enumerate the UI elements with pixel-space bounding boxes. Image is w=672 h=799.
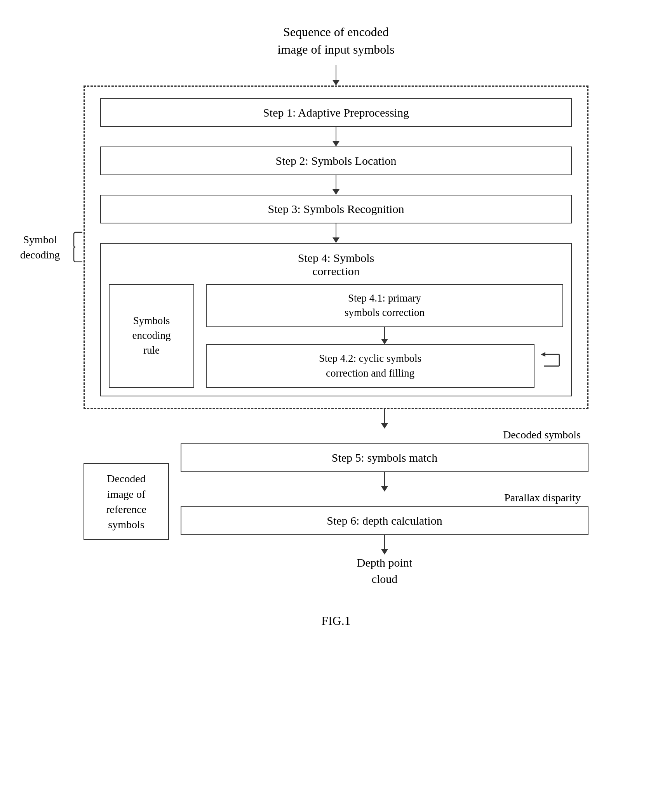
symbol-decoding-label: Symbol decoding <box>7 232 73 262</box>
arrow-line-5 <box>384 472 385 486</box>
arrow-line-1 <box>336 127 336 141</box>
arrow-head-out1 <box>381 423 388 429</box>
decoded-symbols-label: Decoded symbols <box>503 429 581 441</box>
arrow-out-dashed <box>381 409 388 429</box>
step4-inner-row: Symbols encoding rule Step 4.1: primary … <box>109 284 563 388</box>
outside-section: Decoded image of reference symbols Decod… <box>84 409 588 594</box>
arrow-line-3 <box>336 223 336 237</box>
output-label: Depth point cloud <box>357 555 413 587</box>
arrow-head-2 <box>333 189 339 195</box>
arrow-3-4 <box>100 223 572 243</box>
parallax-label: Parallax disparity <box>504 492 581 504</box>
arrow-line-out1 <box>384 409 385 423</box>
arrow-head-6 <box>381 549 388 555</box>
back-arrow-icon <box>540 351 563 382</box>
step42-row: Step 4.2: cyclic symbols correction and … <box>206 344 563 388</box>
step5-box: Step 5: symbols match <box>181 443 588 472</box>
step1-box: Step 1: Adaptive Preprocessing <box>100 98 572 127</box>
arrow-1-2 <box>100 127 572 147</box>
fig-label: FIG.1 <box>321 614 351 628</box>
symbols-encoding-rule-box: Symbols encoding rule <box>109 284 194 388</box>
step2-box: Step 2: Symbols Location <box>100 147 572 175</box>
page: Sequence of encoded image of input symbo… <box>0 0 672 799</box>
arrow-line-top <box>336 65 336 80</box>
top-label: Sequence of encoded image of input symbo… <box>277 23 394 58</box>
reference-box: Decoded image of reference symbols <box>84 463 169 540</box>
arrow-head-top <box>333 80 339 85</box>
svg-marker-3 <box>541 352 545 357</box>
arrow-5-parallax <box>381 472 388 492</box>
step4-title: Step 4: Symbols correction <box>109 251 563 278</box>
diagram-container: Sequence of encoded image of input symbo… <box>84 23 588 628</box>
step4-outer-box: Step 4: Symbols correction Symbols encod… <box>100 243 572 396</box>
arrow-head-41 <box>381 339 388 344</box>
step42-box: Step 4.2: cyclic symbols correction and … <box>206 344 534 388</box>
arrow-line-41 <box>384 327 385 339</box>
right-flow: Decoded symbols Step 5: symbols match Pa… <box>181 409 588 594</box>
brace-icon <box>73 232 83 263</box>
step41-box: Step 4.1: primary symbols correction <box>206 284 563 328</box>
reference-box-label: Decoded image of reference symbols <box>106 473 146 530</box>
arrow-line-2 <box>336 175 336 189</box>
step6-box: Step 6: depth calculation <box>181 506 588 535</box>
step4-right: Step 4.1: primary symbols correction Ste… <box>206 284 563 388</box>
arrow-head-1 <box>333 141 339 147</box>
encoding-rule-label: Symbols encoding rule <box>132 314 171 358</box>
arrow-line-6 <box>384 535 385 549</box>
symbol-decoding-section: Symbol decoding Step 1: Adaptive Preproc… <box>84 85 588 409</box>
arrow-head-3 <box>333 237 339 243</box>
arrow-head-5 <box>381 486 388 492</box>
feedback-arrow-svg <box>540 351 563 382</box>
arrow-2-3 <box>100 175 572 195</box>
arrow-41-42 <box>381 327 388 344</box>
arrow-to-step1 <box>333 65 339 85</box>
step3-box: Step 3: Symbols Recognition <box>100 195 572 223</box>
arrow-6-output <box>381 535 388 555</box>
